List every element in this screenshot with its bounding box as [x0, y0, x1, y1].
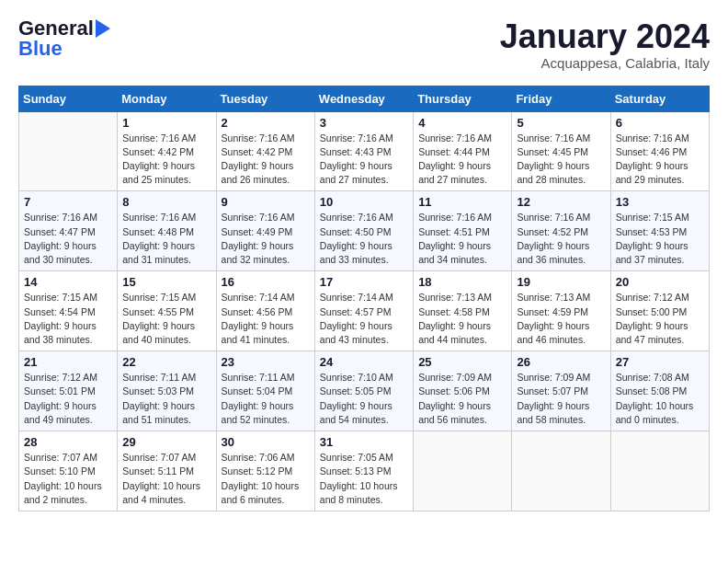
- day-number: 23: [222, 355, 310, 369]
- calendar-cell: 30Sunrise: 7:06 AM Sunset: 5:12 PM Dayli…: [216, 431, 314, 511]
- calendar-week-row: 1Sunrise: 7:16 AM Sunset: 4:42 PM Daylig…: [19, 111, 710, 191]
- calendar-cell: 1Sunrise: 7:16 AM Sunset: 4:42 PM Daylig…: [118, 111, 216, 191]
- calendar-cell: 25Sunrise: 7:09 AM Sunset: 5:06 PM Dayli…: [414, 351, 512, 431]
- calendar-week-row: 21Sunrise: 7:12 AM Sunset: 5:01 PM Dayli…: [19, 351, 710, 431]
- calendar-cell: 11Sunrise: 7:16 AM Sunset: 4:51 PM Dayli…: [414, 191, 512, 271]
- day-number: 15: [122, 275, 210, 289]
- day-number: 10: [320, 195, 408, 209]
- logo-arrow-icon: [96, 19, 110, 38]
- day-number: 18: [418, 275, 506, 289]
- day-info: Sunrise: 7:14 AM Sunset: 4:57 PM Dayligh…: [320, 291, 408, 347]
- calendar-cell: 29Sunrise: 7:07 AM Sunset: 5:11 PM Dayli…: [118, 431, 216, 511]
- calendar-cell: 26Sunrise: 7:09 AM Sunset: 5:07 PM Dayli…: [512, 351, 610, 431]
- calendar-cell: 3Sunrise: 7:16 AM Sunset: 4:43 PM Daylig…: [314, 111, 413, 191]
- day-number: 8: [122, 195, 210, 209]
- calendar-cell: 17Sunrise: 7:14 AM Sunset: 4:57 PM Dayli…: [314, 271, 413, 351]
- calendar-cell: [512, 431, 610, 511]
- day-number: 20: [616, 275, 704, 289]
- calendar-week-row: 14Sunrise: 7:15 AM Sunset: 4:54 PM Dayli…: [19, 271, 710, 351]
- month-title: January 2024: [500, 18, 710, 55]
- logo-line1: General: [18, 18, 110, 39]
- calendar-table: SundayMondayTuesdayWednesdayThursdayFrid…: [18, 86, 710, 511]
- day-info: Sunrise: 7:16 AM Sunset: 4:51 PM Dayligh…: [418, 211, 506, 267]
- location-subtitle: Acquappesa, Calabria, Italy: [500, 55, 710, 71]
- day-info: Sunrise: 7:09 AM Sunset: 5:06 PM Dayligh…: [418, 371, 506, 427]
- day-info: Sunrise: 7:11 AM Sunset: 5:03 PM Dayligh…: [122, 371, 210, 427]
- calendar-cell: 16Sunrise: 7:14 AM Sunset: 4:56 PM Dayli…: [216, 271, 314, 351]
- header-thursday: Thursday: [414, 86, 512, 111]
- day-number: 25: [418, 355, 506, 369]
- logo-general-text: General: [18, 18, 94, 39]
- calendar-cell: 15Sunrise: 7:15 AM Sunset: 4:55 PM Dayli…: [118, 271, 216, 351]
- day-info: Sunrise: 7:10 AM Sunset: 5:05 PM Dayligh…: [320, 371, 408, 427]
- day-info: Sunrise: 7:13 AM Sunset: 4:58 PM Dayligh…: [418, 291, 506, 347]
- day-info: Sunrise: 7:16 AM Sunset: 4:48 PM Dayligh…: [122, 211, 210, 267]
- header-wednesday: Wednesday: [314, 86, 413, 111]
- page-header: General Blue January 2024 Acquappesa, Ca…: [18, 18, 710, 71]
- day-info: Sunrise: 7:07 AM Sunset: 5:10 PM Dayligh…: [24, 451, 112, 507]
- calendar-week-row: 28Sunrise: 7:07 AM Sunset: 5:10 PM Dayli…: [19, 431, 710, 511]
- day-info: Sunrise: 7:16 AM Sunset: 4:42 PM Dayligh…: [122, 132, 210, 188]
- day-info: Sunrise: 7:16 AM Sunset: 4:52 PM Dayligh…: [517, 211, 605, 267]
- calendar-week-row: 7Sunrise: 7:16 AM Sunset: 4:47 PM Daylig…: [19, 191, 710, 271]
- day-number: 13: [616, 195, 704, 209]
- day-info: Sunrise: 7:12 AM Sunset: 5:00 PM Dayligh…: [616, 291, 704, 347]
- day-number: 4: [418, 116, 506, 130]
- day-info: Sunrise: 7:08 AM Sunset: 5:08 PM Dayligh…: [616, 371, 704, 427]
- calendar-cell: 23Sunrise: 7:11 AM Sunset: 5:04 PM Dayli…: [216, 351, 314, 431]
- calendar-cell: 14Sunrise: 7:15 AM Sunset: 4:54 PM Dayli…: [19, 271, 118, 351]
- day-info: Sunrise: 7:09 AM Sunset: 5:07 PM Dayligh…: [517, 371, 605, 427]
- day-number: 14: [24, 275, 112, 289]
- day-number: 31: [320, 435, 408, 449]
- calendar-cell: 5Sunrise: 7:16 AM Sunset: 4:45 PM Daylig…: [512, 111, 610, 191]
- day-number: 22: [122, 355, 210, 369]
- day-info: Sunrise: 7:16 AM Sunset: 4:47 PM Dayligh…: [24, 211, 112, 267]
- day-number: 6: [616, 116, 704, 130]
- day-number: 9: [222, 195, 310, 209]
- header-saturday: Saturday: [610, 86, 709, 111]
- day-number: 29: [122, 435, 210, 449]
- calendar-cell: [610, 431, 709, 511]
- calendar-cell: 21Sunrise: 7:12 AM Sunset: 5:01 PM Dayli…: [19, 351, 118, 431]
- calendar-cell: 28Sunrise: 7:07 AM Sunset: 5:10 PM Dayli…: [19, 431, 118, 511]
- day-number: 3: [320, 116, 408, 130]
- day-number: 5: [517, 116, 605, 130]
- calendar-cell: 6Sunrise: 7:16 AM Sunset: 4:46 PM Daylig…: [610, 111, 709, 191]
- day-number: 17: [320, 275, 408, 289]
- day-info: Sunrise: 7:15 AM Sunset: 4:55 PM Dayligh…: [122, 291, 210, 347]
- day-info: Sunrise: 7:12 AM Sunset: 5:01 PM Dayligh…: [24, 371, 112, 427]
- calendar-cell: 7Sunrise: 7:16 AM Sunset: 4:47 PM Daylig…: [19, 191, 118, 271]
- header-tuesday: Tuesday: [216, 86, 314, 111]
- day-info: Sunrise: 7:06 AM Sunset: 5:12 PM Dayligh…: [222, 451, 310, 507]
- calendar-cell: 22Sunrise: 7:11 AM Sunset: 5:03 PM Dayli…: [118, 351, 216, 431]
- day-number: 26: [517, 355, 605, 369]
- header-sunday: Sunday: [19, 86, 118, 111]
- day-number: 16: [222, 275, 310, 289]
- day-number: 21: [24, 355, 112, 369]
- day-info: Sunrise: 7:16 AM Sunset: 4:46 PM Dayligh…: [616, 132, 704, 188]
- day-info: Sunrise: 7:16 AM Sunset: 4:49 PM Dayligh…: [222, 211, 310, 267]
- day-number: 19: [517, 275, 605, 289]
- day-number: 30: [222, 435, 310, 449]
- day-number: 1: [122, 116, 210, 130]
- calendar-cell: [414, 431, 512, 511]
- day-info: Sunrise: 7:16 AM Sunset: 4:44 PM Dayligh…: [418, 132, 506, 188]
- calendar-header-row: SundayMondayTuesdayWednesdayThursdayFrid…: [19, 86, 710, 111]
- day-number: 28: [24, 435, 112, 449]
- day-info: Sunrise: 7:07 AM Sunset: 5:11 PM Dayligh…: [122, 451, 210, 507]
- calendar-cell: [19, 111, 118, 191]
- calendar-cell: 31Sunrise: 7:05 AM Sunset: 5:13 PM Dayli…: [314, 431, 413, 511]
- calendar-cell: 4Sunrise: 7:16 AM Sunset: 4:44 PM Daylig…: [414, 111, 512, 191]
- day-info: Sunrise: 7:16 AM Sunset: 4:43 PM Dayligh…: [320, 132, 408, 188]
- day-info: Sunrise: 7:11 AM Sunset: 5:04 PM Dayligh…: [222, 371, 310, 427]
- day-info: Sunrise: 7:16 AM Sunset: 4:50 PM Dayligh…: [320, 211, 408, 267]
- logo: General Blue: [18, 18, 110, 59]
- day-info: Sunrise: 7:14 AM Sunset: 4:56 PM Dayligh…: [222, 291, 310, 347]
- calendar-cell: 19Sunrise: 7:13 AM Sunset: 4:59 PM Dayli…: [512, 271, 610, 351]
- day-info: Sunrise: 7:16 AM Sunset: 4:42 PM Dayligh…: [222, 132, 310, 188]
- day-number: 7: [24, 195, 112, 209]
- day-info: Sunrise: 7:15 AM Sunset: 4:53 PM Dayligh…: [616, 211, 704, 267]
- day-number: 2: [222, 116, 310, 130]
- calendar-cell: 2Sunrise: 7:16 AM Sunset: 4:42 PM Daylig…: [216, 111, 314, 191]
- calendar-cell: 13Sunrise: 7:15 AM Sunset: 4:53 PM Dayli…: [610, 191, 709, 271]
